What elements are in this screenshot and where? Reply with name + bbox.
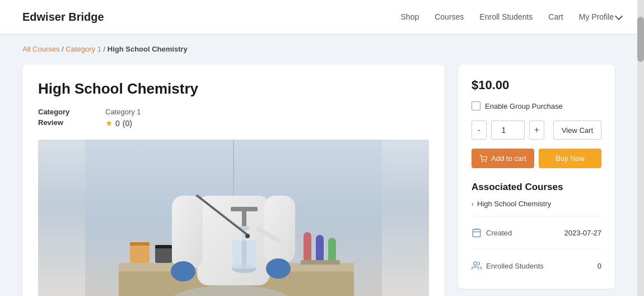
svg-rect-15 [130, 242, 150, 246]
svg-rect-18 [304, 232, 311, 263]
svg-point-31 [474, 262, 477, 265]
review-count: (0) [123, 119, 132, 128]
category-value: Category 1 [105, 108, 429, 116]
add-to-cart-button[interactable]: Add to cart [472, 149, 534, 168]
my-profile-label: My Profile [579, 12, 614, 21]
content-grid: High School Chemistry Category Category … [22, 64, 615, 296]
view-cart-button[interactable]: View Cart [553, 121, 601, 140]
users-icon [472, 261, 482, 271]
svg-rect-21 [301, 260, 340, 265]
category-label: Category [38, 108, 105, 116]
lab-illustration [38, 140, 429, 296]
group-purchase-label: Enable Group Purchase [485, 102, 563, 110]
svg-rect-19 [316, 235, 324, 263]
nav-courses[interactable]: Courses [435, 12, 464, 21]
svg-rect-11 [231, 207, 258, 211]
purchase-sidebar: $10.00 Enable Group Purchase - + View Ca… [458, 64, 615, 289]
group-purchase-option: Enable Group Purchase [472, 101, 601, 110]
nav-shop[interactable]: Shop [401, 12, 419, 21]
svg-point-23 [245, 234, 250, 238]
svg-rect-20 [328, 238, 336, 263]
breadcrumb-sep1: / [59, 45, 66, 53]
quantity-input[interactable] [491, 121, 525, 140]
svg-point-9 [266, 258, 291, 279]
enrolled-label: Enrolled Students [486, 262, 544, 270]
svg-point-25 [482, 161, 483, 161]
my-profile-menu[interactable]: My Profile [579, 12, 622, 21]
main-content: All Courses / Category 1 / High School C… [0, 34, 637, 296]
svg-point-8 [171, 261, 195, 281]
associated-courses-title: Associated Courses [472, 182, 601, 193]
created-label: Created [486, 229, 512, 237]
calendar-icon [472, 228, 482, 238]
divider-2 [472, 249, 601, 249]
breadcrumb-all-courses[interactable]: All Courses [22, 45, 59, 53]
star-icon: ★ [105, 118, 113, 128]
quantity-decrease-button[interactable]: - [472, 121, 487, 140]
enrolled-value: 0 [598, 262, 601, 270]
course-meta: Category Category 1 Review ★ 0 (0) [38, 108, 429, 128]
associated-course-item: › High School Chemistry [472, 200, 601, 208]
created-value: 2023-07-27 [564, 229, 602, 237]
chevron-right-icon: › [472, 200, 474, 208]
header: Edwiser Bridge Shop Courses Enroll Stude… [0, 0, 644, 34]
scrollbar-thumb[interactable] [637, 17, 644, 62]
rating-value: 0 [115, 119, 120, 128]
action-buttons: Add to cart Buy Now [472, 149, 601, 168]
svg-rect-14 [130, 243, 150, 263]
quantity-increase-button[interactable]: + [529, 121, 544, 140]
course-price: $10.00 [472, 78, 601, 92]
course-image [38, 140, 429, 296]
chevron-down-icon [615, 12, 623, 20]
quantity-row: - + View Cart [472, 121, 601, 140]
breadcrumb-sep2: / [101, 45, 108, 53]
breadcrumb-category[interactable]: Category 1 [66, 45, 101, 53]
lab-scene [38, 140, 429, 296]
course-detail-panel: High School Chemistry Category Category … [22, 64, 445, 296]
svg-rect-16 [155, 246, 172, 263]
cart-icon [479, 155, 487, 163]
scrollbar[interactable] [637, 0, 644, 296]
enrolled-info-left: Enrolled Students [472, 261, 544, 271]
logo: Edwiser Bridge [22, 11, 104, 24]
review-label: Review [38, 118, 105, 128]
buy-now-button[interactable]: Buy Now [539, 149, 601, 168]
group-purchase-checkbox[interactable] [472, 101, 480, 110]
svg-rect-27 [473, 229, 480, 237]
nav-enroll-students[interactable]: Enroll Students [479, 12, 533, 21]
course-title: High School Chemistry [38, 80, 429, 98]
star-rating: ★ 0 (0) [105, 118, 429, 128]
created-info-row: Created 2023-07-27 [472, 223, 601, 242]
svg-rect-7 [264, 196, 295, 263]
created-info-left: Created [472, 228, 512, 238]
enrolled-info-row: Enrolled Students 0 [472, 256, 601, 275]
add-to-cart-label: Add to cart [491, 154, 526, 163]
breadcrumb: All Courses / Category 1 / High School C… [22, 45, 615, 53]
breadcrumb-current: High School Chemistry [108, 45, 188, 53]
divider-1 [472, 216, 601, 216]
main-nav: Shop Courses Enroll Students Cart My Pro… [401, 12, 622, 21]
svg-rect-17 [155, 245, 172, 248]
svg-rect-6 [172, 196, 203, 269]
associated-course-link[interactable]: High School Chemistry [477, 200, 551, 208]
svg-point-26 [486, 161, 486, 161]
nav-cart[interactable]: Cart [548, 12, 563, 21]
